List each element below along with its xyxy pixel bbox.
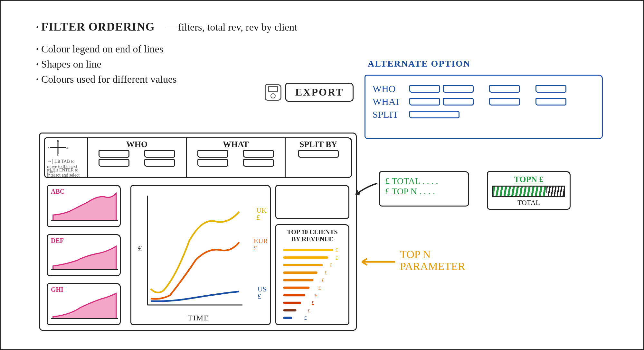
topn-bar-fill	[493, 187, 546, 196]
export-button[interactable]: EXPORT	[285, 83, 354, 102]
arrow-to-totals-icon	[353, 180, 379, 199]
svg-text:£: £	[304, 315, 307, 321]
notes-block: FILTER ORDERING — filters, total rev, re…	[36, 20, 297, 85]
topn-badge: TOPN £	[492, 175, 565, 184]
alt-what-filter-4[interactable]	[535, 98, 566, 106]
filter-who-3[interactable]	[144, 150, 175, 158]
alt-who-filter-4[interactable]	[535, 85, 566, 93]
kpi-box[interactable]	[275, 185, 349, 219]
compass-icon: N S W E	[48, 140, 68, 156]
alt-row-what-label: WHAT	[373, 96, 408, 107]
note-bullet-2: Shapes on line	[36, 58, 297, 70]
alt-row-who-label: WHO	[373, 83, 408, 94]
alternate-option-panel: WHO WHAT SPLIT	[365, 75, 603, 139]
main-y-label: £	[138, 244, 142, 253]
sm-ghi-area	[48, 284, 120, 324]
note-bullet-1: Colour legend on end of lines	[36, 43, 297, 55]
filter-split-section: SPLIT BY	[286, 138, 351, 177]
total-line: £ TOTAL . . . .	[385, 176, 463, 186]
filter-what-section: WHAT	[187, 138, 286, 177]
svg-text:£: £	[335, 247, 338, 253]
legend-us: US £	[258, 286, 267, 300]
filter-who-title: WHO	[91, 140, 183, 149]
svg-text:£: £	[325, 270, 327, 276]
alternate-option-title: ALTERNATE OPTION	[368, 59, 470, 69]
main-line-chart[interactable]: £ TIME UK £ EUR £ US £	[130, 185, 271, 325]
filter-what-1[interactable]	[197, 150, 228, 158]
topn-total-label: TOTAL	[492, 198, 565, 207]
alt-what-filter-1[interactable]	[409, 98, 440, 106]
topn-proportion-callout: TOPN £ TOTAL	[487, 171, 571, 210]
alt-row-split-label: SPLIT	[373, 109, 408, 120]
topn-bar-rest	[546, 187, 564, 196]
nav-hint-enter: ↵ Hit ENTER to interact and select	[47, 167, 86, 178]
svg-text:W: W	[48, 146, 50, 149]
alt-who-filter-3[interactable]	[489, 85, 520, 93]
note-heading: FILTER ORDERING — filters, total rev, re…	[36, 20, 297, 33]
top-clients-panel[interactable]: TOP 10 CLIENTS BY REVENUE £ £ £ £ £ £ £ …	[275, 224, 349, 325]
main-chart-svg	[131, 186, 270, 324]
svg-text:S: S	[57, 153, 59, 156]
sm-chart-ghi[interactable]: GHI	[47, 283, 121, 325]
note-heading-sub: — filters, total rev, rev by client	[165, 21, 297, 33]
sm-chart-abc[interactable]: ABC	[47, 185, 121, 227]
alt-what-filter-3[interactable]	[489, 98, 520, 106]
alt-who-filter-2[interactable]	[443, 85, 474, 93]
svg-text:£: £	[308, 308, 310, 314]
svg-text:£: £	[322, 277, 324, 283]
filter-bar: N S W E →| Hit TAB to move to the next f…	[44, 137, 352, 178]
note-bullet-3: Colours used for different values	[36, 73, 297, 85]
svg-text:£: £	[335, 255, 338, 261]
svg-text:E: E	[66, 146, 68, 149]
nav-cell: N S W E →| Hit TAB to move to the next f…	[45, 138, 88, 177]
legend-uk: UK £	[256, 207, 267, 221]
alt-split-filter-1[interactable]	[409, 111, 459, 118]
sm-chart-def[interactable]: DEF	[47, 234, 121, 276]
filter-who-section: WHO	[88, 138, 187, 177]
export-group: EXPORT	[265, 83, 354, 102]
filter-what-4[interactable]	[243, 159, 274, 167]
filter-who-1[interactable]	[99, 150, 129, 158]
svg-text:£: £	[318, 285, 321, 291]
topn-line: £ TOP N . . . .	[385, 186, 463, 197]
legend-eur: EUR £	[254, 237, 268, 252]
save-icon	[265, 84, 281, 101]
filter-what-3[interactable]	[243, 150, 274, 158]
filter-what-title: WHAT	[190, 140, 281, 149]
filter-who-2[interactable]	[99, 159, 129, 167]
top-clients-bars: £ £ £ £ £ £ £ £ £ £	[279, 244, 345, 321]
filter-what-2[interactable]	[197, 159, 228, 167]
filter-split-1[interactable]	[298, 150, 339, 158]
top-clients-title: TOP 10 CLIENTS BY REVENUE	[279, 228, 345, 243]
svg-text:£: £	[312, 300, 314, 306]
totals-callout: £ TOTAL . . . . £ TOP N . . . .	[379, 171, 469, 207]
alt-who-filter-1[interactable]	[409, 85, 440, 93]
svg-text:N: N	[57, 140, 59, 143]
sm-def-area	[48, 235, 120, 275]
note-heading-main: FILTER ORDERING	[41, 20, 155, 33]
filter-who-4[interactable]	[144, 159, 175, 167]
svg-text:£: £	[329, 262, 332, 268]
dashboard-frame: N S W E →| Hit TAB to move to the next f…	[39, 133, 357, 331]
arrow-topn-param-icon	[358, 255, 397, 271]
small-multiples: ABC DEF GHI	[47, 185, 121, 325]
sm-abc-area	[48, 186, 120, 226]
alt-what-filter-2[interactable]	[443, 98, 474, 106]
filter-split-title: SPLIT BY	[289, 140, 348, 149]
topn-param-annotation: TOP N PARAMETER	[400, 248, 465, 272]
svg-text:£: £	[315, 292, 317, 299]
main-x-label: TIME	[188, 314, 209, 322]
